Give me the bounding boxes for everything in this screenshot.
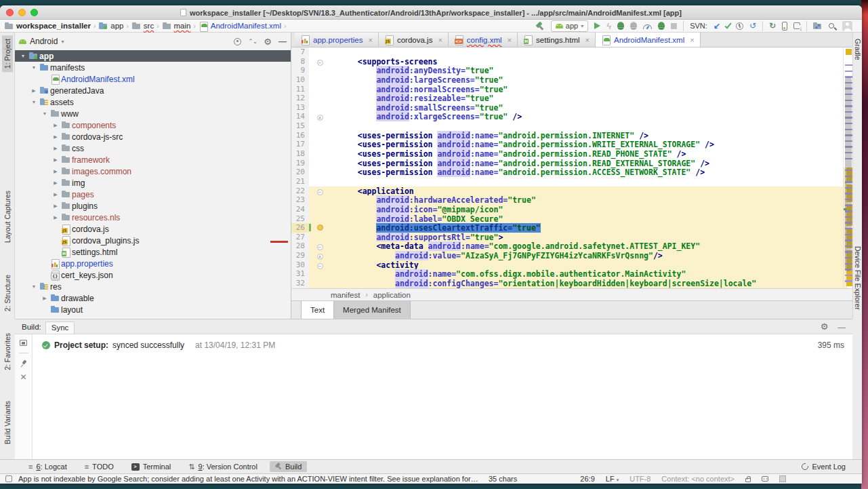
line-separator-select[interactable]: LF ▾: [606, 475, 619, 483]
lock-icon[interactable]: [745, 478, 751, 482]
code-text[interactable]: android:supportsRtl="true">: [331, 233, 843, 242]
code-line-21[interactable]: 21: [291, 177, 843, 187]
line-number[interactable]: 8: [291, 57, 309, 66]
line-number[interactable]: 15: [291, 121, 309, 131]
tool-strip-device-file-explorer[interactable]: Device File Explorer: [853, 243, 862, 313]
code-line-14[interactable]: 14∧ android:xlargeScreens="true" />: [291, 112, 843, 121]
code-line-10[interactable]: 10 android:largeScreens="true": [291, 75, 843, 85]
code-line-15[interactable]: 15: [291, 121, 843, 131]
code-line-16[interactable]: 16 <uses-permission android:name="androi…: [291, 131, 843, 140]
tool-strip-2-structure[interactable]: 2: Structure: [2, 271, 13, 315]
code-line-11[interactable]: 11 android:normalScreens="true": [291, 85, 843, 94]
caret-position[interactable]: 26:9: [580, 475, 594, 483]
tree-item-plugins[interactable]: ▶plugins: [15, 200, 291, 212]
tree-item-app-properties[interactable]: app.properties: [15, 258, 291, 269]
gutter[interactable]: [309, 177, 331, 187]
code-text[interactable]: android:label="OBDX Secure": [331, 214, 843, 224]
restore-view-icon[interactable]: [20, 340, 27, 346]
gear-icon[interactable]: ⚙: [821, 322, 829, 331]
gutter[interactable]: [309, 94, 331, 103]
close-tab-icon[interactable]: ×: [690, 36, 694, 44]
close-tab-icon[interactable]: ×: [585, 36, 590, 44]
expand-arrow-icon[interactable]: ▼: [18, 54, 28, 58]
line-number[interactable]: 22: [291, 187, 309, 196]
context-indicator[interactable]: Context: <no context>: [661, 475, 735, 483]
gutter[interactable]: [309, 269, 331, 279]
stop-button[interactable]: [671, 23, 677, 29]
gutter[interactable]: [309, 121, 331, 131]
editor-tab-settings-html[interactable]: settings.html×: [518, 33, 596, 47]
expand-arrow-icon[interactable]: ▼: [28, 100, 39, 104]
vcs-commit-icon[interactable]: [724, 21, 731, 28]
avd-manager-icon[interactable]: [782, 22, 787, 31]
project-structure-icon[interactable]: [813, 22, 823, 30]
tree-item-layout[interactable]: layout: [15, 304, 291, 315]
hide-panel-icon[interactable]: —: [838, 323, 846, 331]
expand-arrow-icon[interactable]: ▶: [50, 203, 61, 209]
code-text[interactable]: [331, 47, 843, 57]
code-text[interactable]: android:icon="@mipmap/icon": [331, 205, 843, 214]
rollback-icon[interactable]: ↺: [749, 22, 756, 30]
editor-tab-app-properties[interactable]: app.properties×: [295, 33, 379, 47]
tree-item-cordova-plugins-js[interactable]: cordova_plugins.js: [15, 235, 291, 246]
code-line-24[interactable]: 24 android:icon="@mipmap/icon": [291, 205, 843, 214]
tree-item-components[interactable]: ▶components: [15, 119, 291, 131]
line-number[interactable]: 11: [291, 85, 309, 94]
gutter[interactable]: [309, 168, 331, 177]
gutter[interactable]: [309, 159, 331, 168]
run-button[interactable]: [594, 22, 600, 29]
vcs-update-icon[interactable]: ↙: [714, 22, 720, 30]
tool-strip-build-variants[interactable]: Build Variants: [2, 397, 13, 448]
breadcrumb-item-workspace-installer[interactable]: workspace_installer›: [4, 22, 96, 31]
collapse-all-icon[interactable]: ⌃⌄: [248, 38, 257, 45]
expand-arrow-icon[interactable]: ▶: [50, 123, 61, 128]
breadcrumb-item-main[interactable]: main›: [162, 22, 197, 31]
code-text[interactable]: <activity: [331, 260, 843, 270]
tree-item-settings-html[interactable]: settings.html: [15, 246, 291, 258]
gutter[interactable]: [309, 47, 331, 57]
error-stripe[interactable]: [843, 47, 852, 288]
line-number[interactable]: 31: [291, 269, 309, 279]
code-line-8[interactable]: 8− <supports-screens: [291, 57, 843, 66]
code-text[interactable]: android:name="com.ofss.digx.mobile.authe…: [331, 269, 843, 279]
tool-strip-1-project[interactable]: 1: Project: [2, 35, 13, 72]
expand-arrow-icon[interactable]: ▶: [50, 215, 61, 220]
apply-changes-icon[interactable]: ϟ: [606, 22, 611, 31]
minimize-window-button[interactable]: [18, 9, 26, 16]
gutter[interactable]: [309, 149, 331, 159]
code-line-18[interactable]: 18 <uses-permission android:name="androi…: [291, 149, 843, 159]
profiler-icon[interactable]: [643, 24, 652, 30]
line-number[interactable]: 7: [291, 47, 309, 57]
status-message[interactable]: App is not indexable by Google Search; c…: [18, 475, 479, 483]
view-tab-text[interactable]: Text: [301, 301, 334, 319]
tree-item-app[interactable]: ▼app: [15, 50, 291, 62]
code-line-12[interactable]: 12 android:resizeable="true": [291, 94, 843, 103]
code-text[interactable]: <uses-permission android:name="android.p…: [331, 159, 843, 168]
code-line-13[interactable]: 13 android:smallScreens="true": [291, 103, 843, 113]
code-line-32[interactable]: 32 android:configChanges="orientation|ke…: [291, 279, 843, 288]
breadcrumb-item-src[interactable]: src›: [131, 22, 160, 31]
line-number[interactable]: 18: [291, 149, 309, 159]
gear-icon[interactable]: ⚙: [264, 37, 272, 46]
expand-arrow-icon[interactable]: ▼: [28, 65, 39, 70]
gutter[interactable]: [309, 214, 331, 224]
expand-arrow-icon[interactable]: ▼: [28, 284, 39, 289]
sdk-manager-icon[interactable]: [793, 22, 800, 29]
toolwindow-toggle-icon[interactable]: [5, 475, 12, 482]
code-line-26[interactable]: 26 android:usesCleartextTraffic="true": [291, 223, 843, 233]
locate-file-icon[interactable]: [234, 38, 241, 45]
code-text[interactable]: android:xlargeScreens="true" />: [331, 112, 843, 121]
fold-marker-icon[interactable]: ∧: [309, 251, 331, 260]
line-number[interactable]: 12: [291, 94, 309, 103]
code-lines[interactable]: 78− <supports-screens9 android:anyDensit…: [291, 47, 843, 288]
code-editor[interactable]: 78− <supports-screens9 android:anyDensit…: [291, 47, 852, 288]
code-text[interactable]: android:hardwareAccelerated="true": [331, 195, 843, 205]
editor-tab-androidmanifest-xml[interactable]: AndroidManifest.xml×: [596, 33, 701, 47]
zoom-window-button[interactable]: [30, 9, 38, 16]
tree-item-cordova-js-src[interactable]: ▶cordova-js-src: [15, 131, 291, 142]
history-icon[interactable]: [736, 22, 743, 30]
tree-item-pages[interactable]: ▶pages: [15, 189, 291, 200]
profile-avatar[interactable]: [842, 21, 852, 31]
code-text[interactable]: <meta-data android:name="com.google.andr…: [331, 241, 843, 251]
gutter[interactable]: [309, 66, 331, 75]
